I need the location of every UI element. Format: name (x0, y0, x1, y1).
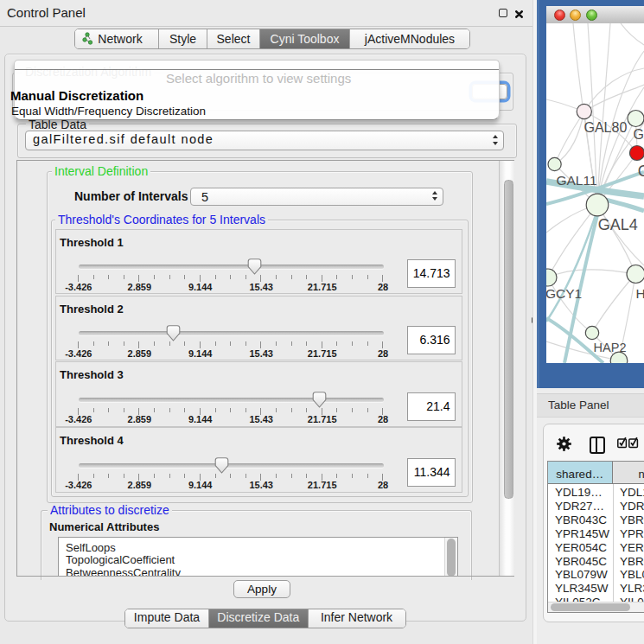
svg-text:GAL4: GAL4 (598, 216, 638, 233)
svg-text:GA: GA (634, 127, 644, 142)
svg-text:GCY1: GCY1 (546, 286, 582, 301)
svg-text:H: H (636, 286, 644, 301)
svg-text:C: C (638, 163, 644, 180)
svg-text:GAL80: GAL80 (584, 120, 628, 135)
svg-text:GAL11: GAL11 (556, 173, 596, 188)
svg-text:HAP2: HAP2 (594, 341, 627, 354)
